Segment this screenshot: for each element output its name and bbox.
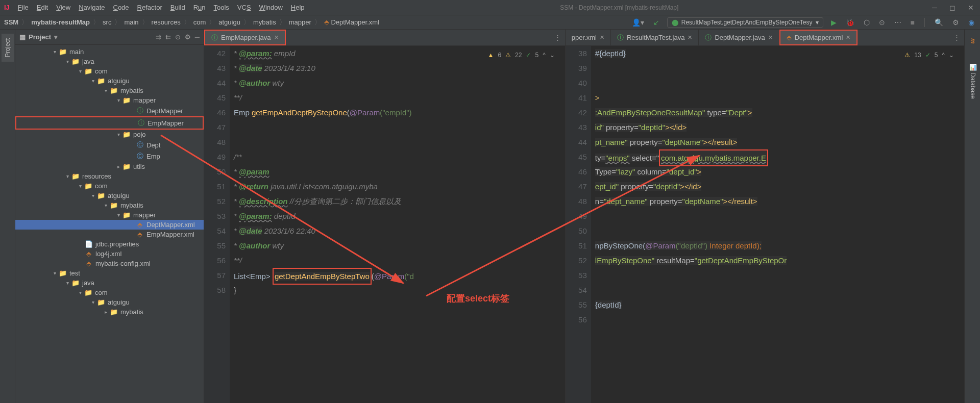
breadcrumb: SSM 〉 mybatis-resultMap 〉 src〉 main〉 res… bbox=[4, 18, 630, 27]
menu-code[interactable]: Code bbox=[109, 4, 133, 11]
tree-test-mybatis[interactable]: ▸📁mybatis bbox=[15, 307, 204, 317]
tree-atguigu[interactable]: ▾📁atguigu bbox=[15, 76, 204, 86]
debug-button[interactable]: 🐞 bbox=[844, 18, 856, 27]
tree-com2[interactable]: ▾📁com bbox=[15, 181, 204, 191]
tree-atguigu2[interactable]: ▾📁atguigu bbox=[15, 191, 204, 200]
minimize-button[interactable]: ─ bbox=[930, 4, 939, 12]
gear-icon[interactable]: ⚙ bbox=[185, 33, 191, 41]
settings-icon[interactable]: ⚙ bbox=[951, 18, 961, 27]
tree-jdbc[interactable]: 📄jdbc.properties bbox=[15, 239, 204, 249]
maven-tool-tab[interactable]: m bbox=[967, 34, 979, 48]
breadcrumb-part[interactable]: mybatis bbox=[253, 18, 276, 26]
tab-deptmapper-java[interactable]: ⒾDeptMapper.java✕ bbox=[699, 30, 779, 45]
search-icon[interactable]: 🔍 bbox=[933, 18, 945, 27]
breadcrumb-part[interactable]: main bbox=[124, 18, 138, 26]
tab-resultmaptest[interactable]: ⒾResultMapTest.java✕ bbox=[611, 30, 699, 45]
menu-navigate[interactable]: Navigate bbox=[75, 4, 109, 11]
tree-log4j[interactable]: ⬘log4j.xml bbox=[15, 249, 204, 259]
editor-tabs-right: pper.xml✕ ⒾResultMapTest.java✕ ⒾDeptMapp… bbox=[566, 30, 964, 46]
app-icon: IJ bbox=[4, 4, 10, 11]
tree-resources[interactable]: ▾📁resources bbox=[15, 171, 204, 181]
breadcrumb-part[interactable]: com bbox=[193, 18, 206, 26]
menu-tools[interactable]: Tools bbox=[210, 4, 233, 11]
tree-test-atguigu[interactable]: ▾📁atguigu bbox=[15, 297, 204, 307]
tree-test[interactable]: ▾📁test bbox=[15, 268, 204, 278]
tree-main[interactable]: ▾📁main bbox=[15, 47, 204, 57]
code-content-left[interactable]: * @param: empId * @date 2023/1/4 23:10 *… bbox=[230, 46, 565, 403]
attach-button[interactable]: ⋯ bbox=[893, 18, 903, 27]
coverage-button[interactable]: ⬡ bbox=[862, 18, 871, 27]
code-editor-left[interactable]: ▲6 ⚠22 ✓5 ^⌄ 42 43 44 45 46 47 48 49 50 … bbox=[204, 46, 565, 403]
breadcrumb-project[interactable]: SSM bbox=[4, 18, 18, 26]
menu-run[interactable]: Run bbox=[189, 4, 210, 11]
menu-window[interactable]: Window bbox=[255, 4, 287, 11]
inspection-widget[interactable]: ▲6 ⚠22 ✓5 ^⌄ bbox=[488, 48, 555, 63]
maximize-button[interactable]: ◻ bbox=[947, 4, 958, 12]
breadcrumb-file[interactable]: ⬘ DeptMapper.xml bbox=[324, 18, 379, 26]
tree-deptmapper-xml[interactable]: ⬘DeptMapper.xml bbox=[15, 220, 204, 230]
inspection-widget[interactable]: ⚠13 ✓5 ^⌄ bbox=[904, 48, 954, 63]
run-configuration-select[interactable]: ⬤ ResultMapTest.getDeptAndEmpByStepOneTe… bbox=[667, 17, 823, 28]
tree-mybatis-config[interactable]: ⬘mybatis-config.xml bbox=[15, 259, 204, 268]
editor-pane-left: ⒾEmpMapper.java✕ ⋮ ▲6 ⚠22 ✓5 ^⌄ 42 43 44… bbox=[204, 30, 566, 403]
tree-utils[interactable]: ▸📁utils bbox=[15, 162, 204, 171]
code-content-right[interactable]: #{deptId} > :AndEmpByStepOneResultMap" t… bbox=[591, 46, 964, 403]
close-icon[interactable]: ✕ bbox=[274, 34, 279, 41]
project-tool-tab[interactable]: Project bbox=[2, 34, 14, 62]
run-button[interactable]: ▶ bbox=[829, 18, 838, 27]
project-panel-header: ▦ Project ▾ ⇉ ⇇ ⊙ ⚙ ─ bbox=[15, 30, 204, 45]
tree-emp[interactable]: ⒸEmp bbox=[15, 150, 204, 162]
menu-refactor[interactable]: Refactor bbox=[133, 4, 166, 11]
tab-more-icon[interactable]: ⋮ bbox=[550, 34, 565, 41]
tree-mybatis2[interactable]: ▾📁mybatis bbox=[15, 200, 204, 210]
right-tool-stripe: m 📊 Database bbox=[965, 30, 980, 403]
tree-dept[interactable]: ⒸDept bbox=[15, 139, 204, 150]
tree-pojo[interactable]: ▾📁pojo bbox=[15, 130, 204, 139]
tab-deptmapper-xml[interactable]: ⬘DeptMapper.xml✕ bbox=[779, 30, 858, 45]
breadcrumb-part[interactable]: mapper bbox=[289, 18, 311, 26]
tab-more-icon[interactable]: ⋮ bbox=[949, 34, 964, 41]
window-title: SSM - DeptMapper.xml [mybatis-resultMap] bbox=[309, 4, 930, 11]
tab-empmapper-java[interactable]: ⒾEmpMapper.java✕ bbox=[204, 30, 286, 45]
tree-mapper2[interactable]: ▾📁mapper bbox=[15, 210, 204, 220]
user-icon[interactable]: 👤▾ bbox=[630, 18, 646, 27]
project-panel-title[interactable]: ▦ Project ▾ bbox=[19, 33, 152, 41]
tree-test-com[interactable]: ▾📁com bbox=[15, 288, 204, 297]
project-tree[interactable]: ▾📁main ▾📁java ▾📁com ▾📁atguigu ▾📁mybatis … bbox=[15, 45, 204, 403]
stop-button[interactable]: ■ bbox=[909, 18, 916, 27]
profile-button[interactable]: ⊙ bbox=[877, 18, 887, 27]
back-icon[interactable]: ↙ bbox=[652, 18, 661, 27]
breadcrumb-part[interactable]: atguigu bbox=[218, 18, 240, 26]
tree-deptmapper[interactable]: ⒾDeptMapper bbox=[15, 105, 204, 116]
close-button[interactable]: ✕ bbox=[966, 4, 976, 12]
tree-com[interactable]: ▾📁com bbox=[15, 66, 204, 76]
tree-empmapper-xml[interactable]: ⬘EmpMapper.xml bbox=[15, 230, 204, 239]
tree-empmapper[interactable]: ⒾEmpMapper bbox=[15, 116, 204, 130]
breadcrumb-part[interactable]: src bbox=[103, 18, 111, 26]
expand-all-icon[interactable]: ⇉ bbox=[156, 33, 161, 41]
editor-tabs-left: ⒾEmpMapper.java✕ ⋮ bbox=[204, 30, 565, 46]
gutter-right: 38 39 40 41 42 43 44 45 46 47 48 49 50 5… bbox=[566, 46, 591, 403]
editor-area: ⒾEmpMapper.java✕ ⋮ ▲6 ⚠22 ✓5 ^⌄ 42 43 44… bbox=[204, 30, 965, 403]
breadcrumb-module[interactable]: mybatis-resultMap bbox=[31, 18, 90, 26]
select-opened-icon[interactable]: ⊙ bbox=[175, 33, 181, 41]
editor-pane-right: pper.xml✕ ⒾResultMapTest.java✕ ⒾDeptMapp… bbox=[566, 30, 965, 403]
collapse-all-icon[interactable]: ⇇ bbox=[165, 33, 171, 41]
tree-java[interactable]: ▾📁java bbox=[15, 57, 204, 66]
tree-mybatis[interactable]: ▾📁mybatis bbox=[15, 86, 204, 95]
ai-icon[interactable]: ◉ bbox=[967, 18, 976, 27]
menu-help[interactable]: Help bbox=[287, 4, 309, 11]
titlebar: IJ FFileile Edit View Navigate Code Refa… bbox=[0, 0, 980, 15]
tree-mapper[interactable]: ▾📁mapper bbox=[15, 95, 204, 105]
database-tool-tab[interactable]: 📊 Database bbox=[967, 59, 979, 104]
menu-file[interactable]: FFileile bbox=[14, 4, 33, 11]
hide-icon[interactable]: ─ bbox=[195, 33, 200, 41]
menu-build[interactable]: Build bbox=[166, 4, 189, 11]
menu-vcs[interactable]: VCS bbox=[233, 4, 255, 11]
menu-edit[interactable]: Edit bbox=[33, 4, 52, 11]
code-editor-right[interactable]: ⚠13 ✓5 ^⌄ 38 39 40 41 42 43 44 45 46 47 … bbox=[566, 46, 964, 403]
tab-pper-xml[interactable]: pper.xml✕ bbox=[566, 30, 611, 45]
menu-view[interactable]: View bbox=[52, 4, 75, 11]
breadcrumb-part[interactable]: resources bbox=[152, 18, 181, 26]
tree-test-java[interactable]: ▾📁java bbox=[15, 278, 204, 288]
